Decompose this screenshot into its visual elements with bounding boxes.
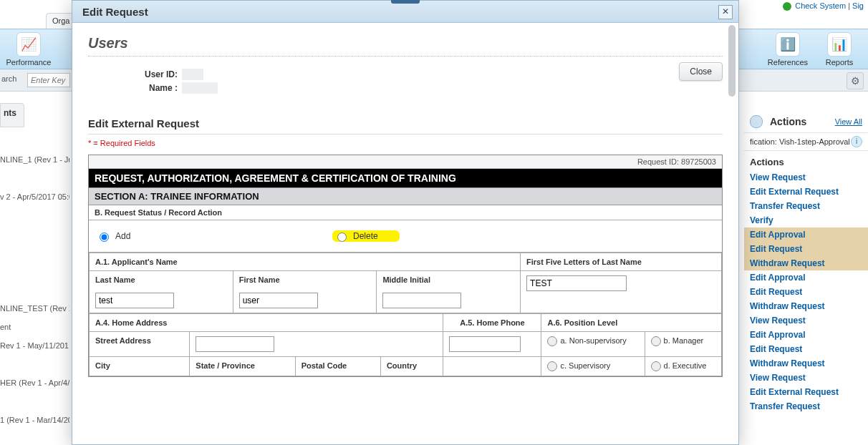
city-label: City bbox=[90, 357, 190, 376]
pos-d-label: d. Executive bbox=[664, 361, 707, 370]
modal-body: Users User ID: Name : Close Edit Externa… bbox=[72, 22, 738, 444]
a4-label: A.4. Home Address bbox=[90, 314, 443, 332]
edit-request-modal: Edit Request ✕ Users User ID: Name : bbox=[72, 0, 739, 445]
divider bbox=[88, 134, 723, 135]
add-radio-label: Add bbox=[115, 231, 130, 241]
country-label: Country bbox=[380, 357, 443, 376]
users-heading: Users bbox=[88, 35, 723, 52]
name-label: Name : bbox=[117, 83, 178, 93]
add-radio[interactable] bbox=[100, 233, 109, 242]
divider bbox=[88, 56, 723, 57]
state-label: State / Province bbox=[190, 357, 295, 376]
home-phone-input[interactable] bbox=[449, 336, 521, 352]
modal-drag-grip-icon[interactable] bbox=[391, 0, 420, 4]
user-id-label: User ID: bbox=[117, 69, 178, 79]
pos-b-label: b. Manager bbox=[664, 336, 704, 345]
a5-label: A.5. Home Phone bbox=[443, 314, 541, 332]
first-name-hdr: First Name bbox=[239, 275, 371, 284]
first-name-input[interactable] bbox=[239, 293, 318, 308]
user-id-value bbox=[182, 69, 203, 80]
address-table: A.4. Home Address A.5. Home Phone A.6. P… bbox=[89, 313, 722, 376]
a6-label: A.6. Position Level bbox=[541, 314, 722, 332]
section-a-header: SECTION A: TRAINEE INFORMATION bbox=[89, 187, 722, 205]
first5-input[interactable] bbox=[526, 275, 627, 291]
middle-initial-hdr: Middle Initial bbox=[382, 275, 514, 284]
delete-radio-option[interactable]: Delete bbox=[332, 230, 400, 242]
pos-d-radio[interactable] bbox=[651, 361, 661, 371]
last-name-input[interactable] bbox=[95, 293, 174, 308]
applicant-name-table: A.1. Applicant's Name First Five Letters… bbox=[89, 253, 722, 313]
request-id-bar: Request ID: 89725003 bbox=[89, 155, 722, 169]
delete-radio-label: Delete bbox=[353, 231, 378, 241]
street-input[interactable] bbox=[196, 336, 274, 352]
close-button[interactable]: Close bbox=[679, 62, 723, 81]
pos-b-radio[interactable] bbox=[651, 336, 661, 346]
middle-initial-input[interactable] bbox=[382, 293, 461, 308]
name-value bbox=[182, 82, 218, 94]
pos-a-label: a. Non-supervisory bbox=[560, 336, 626, 345]
sf182-form: Request ID: 89725003 REQUEST, AUTHORIZAT… bbox=[88, 155, 723, 377]
postal-label: Postal Code bbox=[295, 357, 380, 376]
pos-c-radio[interactable] bbox=[547, 361, 557, 371]
modal-titlebar[interactable]: Edit Request ✕ bbox=[72, 1, 738, 23]
last-name-hdr: Last Name bbox=[95, 275, 227, 284]
modal-title: Edit Request bbox=[82, 6, 148, 18]
edit-external-request-heading: Edit External Request bbox=[88, 117, 723, 129]
pos-a-radio[interactable] bbox=[547, 336, 557, 346]
delete-radio[interactable] bbox=[337, 233, 347, 242]
a1-label: A.1. Applicant's Name bbox=[90, 253, 521, 271]
modal-close-button[interactable]: ✕ bbox=[718, 5, 733, 19]
street-label: Street Address bbox=[90, 332, 190, 357]
required-fields-note: * = Required Fields bbox=[88, 139, 723, 147]
form-main-title: REQUEST, AUTHORIZATION, AGREEMENT & CERT… bbox=[89, 169, 722, 187]
b-request-status-label: B. Request Status / Record Action bbox=[89, 205, 722, 220]
pos-c-label: c. Supervisory bbox=[560, 361, 610, 370]
first5-label: First Five Letters of Last Name bbox=[521, 253, 722, 271]
add-radio-option[interactable]: Add bbox=[96, 230, 332, 242]
